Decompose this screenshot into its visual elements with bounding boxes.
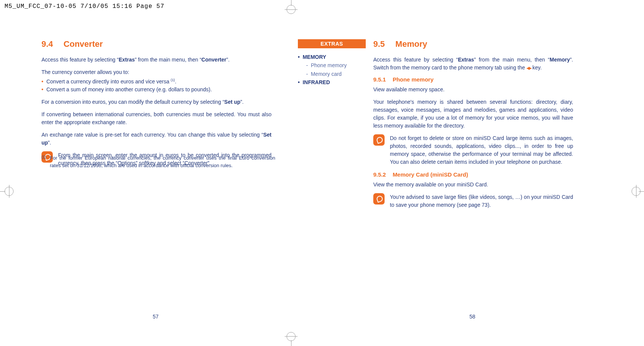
converter-rate: An exchange rate value is pre-set for ea… [41, 131, 271, 147]
section-number-9-4: 9.4 [41, 39, 53, 49]
page-number-57: 57 [153, 314, 159, 320]
phone-memory-tip: Do not forget to delete or store on mini… [373, 134, 573, 166]
phone-memory-view: View available memory space. [373, 86, 573, 94]
extras-sidebar: EXTRAS • MEMORY - Phone memory - Memory … [298, 39, 373, 214]
page-57: 9.4 Converter Access this feature by sel… [0, 39, 298, 214]
converter-intro: Access this feature by selecting “Extras… [41, 56, 271, 64]
memory-intro: Access this feature by selecting “Extras… [373, 56, 573, 72]
phone-memory-shared: Your telephone's memory is shared betwee… [373, 98, 573, 130]
converter-setup: For a conversion into euros, you can mod… [41, 98, 271, 106]
subsection-number-9-5-2: 9.5.2 [373, 171, 386, 178]
lightbulb-icon [373, 193, 385, 205]
sidebar-item-memory: • MEMORY [298, 53, 366, 61]
subsection-title-memory-card: Memory Card (miniSD Card) [393, 171, 468, 178]
section-number-9-5: 9.5 [373, 39, 385, 49]
converter-intl: If converting between international curr… [41, 111, 271, 126]
subsection-number-9-5-1: 9.5.1 [373, 76, 386, 83]
bullet-icon: • [41, 78, 43, 86]
subsection-title-phone-memory: Phone memory [393, 76, 433, 83]
sidebar-sub-memory-card: - Memory card [298, 70, 366, 78]
crop-mark-top [285, 0, 297, 13]
lightbulb-icon [373, 134, 385, 146]
crop-mark-bottom [285, 333, 297, 346]
left-right-key-icon: ◀▶ [526, 66, 531, 70]
converter-bullets: • Convert a currency directly into euros… [41, 78, 271, 94]
sidebar-sub-phone-memory: - Phone memory [298, 61, 366, 69]
extras-heading: EXTRAS [298, 39, 366, 48]
crop-mark-right [627, 185, 644, 198]
print-slug-line: M5_UM_FCC_07-10-05 7/10/05 15:16 Page 57 [0, 0, 644, 13]
footnote-1: (1) For the former European national cur… [41, 154, 275, 169]
sidebar-item-infrared: • INFRARED [298, 78, 366, 86]
section-title-converter: Converter [64, 39, 103, 49]
converter-allows: The currency converter allows you to: [41, 68, 271, 76]
section-title-memory: Memory [396, 39, 427, 49]
page-number-58: 58 [469, 314, 475, 320]
page-58: EXTRAS • MEMORY - Phone memory - Memory … [298, 39, 596, 214]
bullet-icon: • [41, 86, 43, 94]
memory-card-view: View the memory available on your miniSD… [373, 181, 573, 189]
memory-card-tip: You're advised to save large files (like… [373, 193, 573, 209]
